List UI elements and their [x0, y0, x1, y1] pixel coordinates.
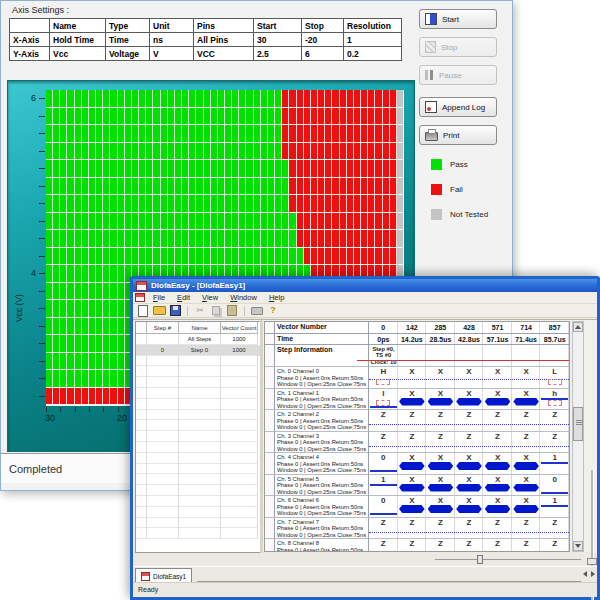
step-table-row[interactable]: 0Step 01000 [136, 345, 260, 356]
vector-row: Ch. 0 Channel 0Phase 0 | Assert:0ns Retu… [265, 367, 569, 389]
pause-button[interactable]: Pause [419, 65, 497, 85]
copy-icon[interactable] [209, 305, 223, 317]
step-table-row[interactable] [136, 356, 260, 367]
save-icon[interactable] [168, 305, 182, 317]
waveform-vertical-scrollbar[interactable] [572, 321, 584, 552]
channel-waveform: ZZZZZZZ [369, 432, 569, 454]
waveform-value: Z [398, 518, 427, 527]
waveform-value: H [369, 367, 398, 376]
step-table-row[interactable] [136, 464, 260, 475]
step-table-row[interactable] [136, 442, 260, 453]
step-table-row[interactable] [136, 410, 260, 421]
axis-table-cell: ns [150, 33, 194, 47]
waveform-value: X [398, 496, 427, 505]
step-table-cell [136, 518, 147, 529]
step-table-cell [179, 507, 221, 518]
step-table-row[interactable] [136, 528, 260, 539]
legend-label: Not Tested [450, 210, 488, 219]
axis-table-cell: Hold Time [50, 33, 106, 47]
axis-table-cell: 6 [302, 47, 344, 61]
waveform-value: X [512, 453, 541, 462]
waveform-value: Z [369, 410, 398, 419]
legend-item: Fail [431, 184, 488, 195]
menu-edit[interactable]: Edit [171, 293, 196, 302]
waveform-value: X [426, 389, 455, 398]
axis-table-cell: VCC [194, 47, 254, 61]
step-table-row[interactable]: All Steps1000 [136, 334, 260, 345]
waveform-value: X [483, 367, 512, 376]
new-icon[interactable] [136, 305, 150, 317]
step-table-row[interactable] [136, 453, 260, 464]
step-table-row[interactable] [136, 474, 260, 485]
tab-pan-right-icon[interactable] [591, 571, 595, 577]
step-list-table[interactable]: Step #NameVector CountAll Steps10000Step… [135, 321, 261, 553]
waveform-value: Z [512, 539, 541, 548]
channel-waveform: ZZZZZZZ [369, 539, 569, 552]
scrollbar-thumb[interactable] [573, 407, 583, 441]
y-tick [39, 343, 45, 344]
app-icon [136, 281, 147, 291]
shmoo-row [46, 230, 404, 247]
step-table-row[interactable] [136, 388, 260, 399]
step-table-row[interactable] [136, 366, 260, 377]
channel-description: Ch. 7 Channel 7Phase 0 | Assert:0ns Retu… [275, 518, 369, 540]
print-button[interactable]: Print [419, 125, 497, 145]
y-tick [39, 361, 45, 362]
step-table-row[interactable] [136, 518, 260, 529]
print-icon[interactable] [250, 305, 264, 317]
menu-view[interactable]: View [196, 293, 224, 302]
menu-help[interactable]: Help [263, 293, 290, 302]
step-table-cell [221, 377, 258, 388]
step-table-cell [221, 431, 258, 442]
mdi-child-icon[interactable] [135, 293, 145, 302]
axis-table-header-cell: Type [106, 19, 150, 33]
row-header-cell [265, 539, 275, 552]
step-table-row[interactable] [136, 399, 260, 410]
horizontal-zoom-slider-thumb[interactable] [477, 555, 483, 564]
tristate-line [369, 446, 569, 447]
drive-low-line [370, 406, 397, 408]
vector-row: Ch. 5 Channel 5Phase 0 | Assert:0ns Retu… [265, 475, 569, 497]
step-table-row[interactable] [136, 485, 260, 496]
pane-splitter[interactable] [260, 320, 263, 553]
scroll-down-button[interactable] [573, 541, 583, 551]
channel-desc-line: Phase 0 | Assert:0ns Return:50ns [277, 461, 368, 468]
cut-icon[interactable]: ✂ [193, 305, 207, 317]
axis-table-header-cell: Resolution [344, 19, 402, 33]
tab-pan-left-icon[interactable] [583, 571, 587, 577]
step-table-cell [221, 410, 258, 421]
open-icon[interactable] [152, 305, 166, 317]
step-table-cell [221, 485, 258, 496]
menu-window[interactable]: Window [224, 293, 263, 302]
step-table-row[interactable] [136, 507, 260, 518]
axis-table-cell: Vcc [50, 47, 106, 61]
waveform-value: 1 [540, 453, 569, 462]
append-log-button[interactable]: Append Log [419, 97, 497, 117]
scroll-up-button[interactable] [573, 322, 583, 332]
step-table-cell [179, 366, 221, 377]
step-table-row[interactable] [136, 431, 260, 442]
step-table-row[interactable] [136, 420, 260, 431]
step-table-row[interactable] [136, 496, 260, 507]
title-bar[interactable]: DiofaEasy - [DiofaEasy1] [133, 279, 597, 292]
step-table-row[interactable] [136, 377, 260, 388]
horizontal-zoom-slider-track[interactable] [435, 559, 581, 560]
stop-button[interactable]: Stop [419, 37, 497, 57]
bus-data-shape [399, 398, 425, 406]
menu-file[interactable]: File [147, 293, 171, 302]
paste-icon[interactable] [225, 305, 239, 317]
help-icon[interactable]: ? [266, 305, 280, 317]
shmoo-row [46, 125, 404, 142]
step-table-cell [221, 528, 258, 539]
waveform-value: 0 [369, 496, 398, 505]
axis-table-cell: 30 [254, 33, 302, 47]
time-cell: 71.4us [512, 334, 541, 344]
clock-strike-line [357, 360, 569, 361]
slider-thumb[interactable] [587, 558, 597, 565]
waveform-value: 1 [540, 496, 569, 505]
x-tick [60, 407, 61, 412]
vector-row: Ch. 7 Channel 7Phase 0 | Assert:0ns Retu… [265, 518, 569, 540]
tab-diofaeasy1[interactable]: DiofaEasy1 [135, 568, 192, 583]
step-table-cell [179, 496, 221, 507]
start-button[interactable]: Start [419, 9, 497, 29]
